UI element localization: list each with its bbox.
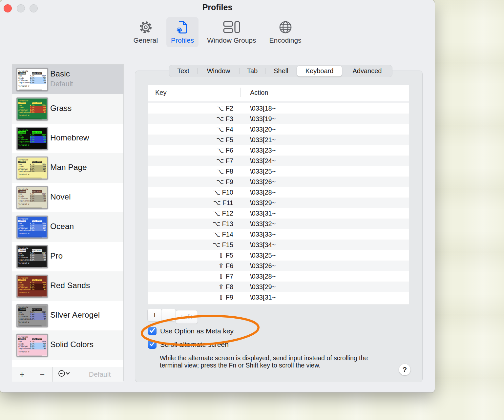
key-cell: ⌥ F12 [148,209,240,217]
profile-list-item[interactable]: Terminal#COMMAND%CPURPRVTtop4.1%231KXcod… [12,242,123,271]
toolbar-item-profiles[interactable]: Profiles [166,17,199,47]
table-row[interactable]: ⌥ F6\033[23~ [148,145,409,156]
profile-list-item[interactable]: Terminal#COMMAND%CPURPRVTtop4.1%231KXcod… [12,153,123,183]
table-row[interactable]: ⇧ F6\033[26~ [148,261,409,271]
key-cell: ⌥ F14 [148,230,240,238]
profile-list-item[interactable]: Terminal#COMMAND%CPURPRVTtop4.1%231KXcod… [12,212,123,242]
profile-list-item[interactable]: Terminal#COMMAND%CPURPRVTtop4.1%231KXcod… [12,124,123,153]
table-row[interactable]: ⌥ F7\033[24~ [148,156,409,166]
profile-thumbnail: Terminal#COMMAND%CPURPRVTtop4.1%231KXcod… [16,186,48,209]
thumb-header-text: Terminal# [18,336,46,338]
profile-list-item[interactable]: Terminal#COMMAND%CPURPRVTtop4.1%231KXcod… [12,330,123,360]
profile-list-item[interactable]: Terminal#COMMAND%CPURPRVTtop4.1%231KXcod… [12,65,123,94]
tab-shell[interactable]: Shell [265,65,297,77]
thumb-process-name: ATSServer [18,345,30,347]
thumb-process-row: Xcode1.4%78M [18,343,46,345]
thumb-prompt-text: Terminal # [18,85,46,87]
remove-profile-button[interactable]: − [32,367,53,382]
thumb-cpu-value: 1.4% [30,284,34,286]
table-row[interactable]: ⌥ F11\033[29~ [148,198,409,208]
thumb-process-values: 4.1%231K [30,340,46,343]
thumb-process-row: ATSServer0.0%13M [18,109,46,111]
tab-tab[interactable]: Tab [240,65,265,77]
thumb-mem-value: 4M [44,229,46,231]
remove-key-binding-button[interactable]: − [161,309,176,321]
table-row[interactable]: ⌥ F10\033[28~ [148,187,409,198]
table-row[interactable]: ⌥ F12\033[31~ [148,208,409,219]
column-divider [240,88,241,97]
add-key-binding-button[interactable]: + [147,309,162,321]
column-header-key[interactable]: Key [155,89,166,96]
add-profile-button[interactable]: + [12,367,32,382]
thumb-process-values: 1.4%78M [30,343,46,345]
thumb-mem-chip: RPRVT [36,249,42,252]
thumb-process-name: ATSServer [18,315,30,318]
profile-list-item[interactable]: Terminal#COMMAND%CPURPRVTtop4.1%231KXcod… [12,301,123,330]
tab-window[interactable]: Window [198,65,240,77]
table-row[interactable]: ⌥ F2\033[18~ [148,103,409,114]
thumb-cpu-value: 0.0% [30,197,34,200]
table-row[interactable]: ⌥ F13\033[32~ [148,219,409,229]
thumb-process-values: 1.4%78M [30,77,46,79]
table-row[interactable]: ⌥ F9\033[26~ [148,177,409,187]
table-row[interactable]: ⇧ F9\033[31~ [148,292,409,303]
thumb-header-text: Terminal# [18,188,46,190]
table-row[interactable]: ⇧ F5\033[25~ [148,250,409,261]
edit-key-binding-button[interactable]: Edit [176,310,198,324]
thumb-header-text: Terminal# [18,158,46,161]
table-row[interactable]: ⇧ F7\033[28~ [148,271,409,282]
thumb-cpu-value: 1.4% [30,254,34,256]
thumb-cpu-value: 0.0% [30,256,34,259]
tab-text[interactable]: Text [169,65,198,77]
screen: { "window": { "title": "Profiles" }, "to… [0,0,504,420]
profile-name: Basic [50,69,70,78]
thumb-header-text: Terminal# [18,218,46,220]
profile-actions-menu-button[interactable] [53,367,76,382]
thumb-process-row: top4.1%231K [18,311,46,313]
thumb-process-row: loginwindow0.0%4M [18,81,46,84]
table-row[interactable]: ⌥ F14\033[33~ [148,229,409,240]
help-button[interactable]: ? [399,364,410,375]
thumb-col-chips: %CPURPRVT [26,308,42,311]
tab-advanced[interactable]: Advanced [342,65,392,77]
profile-list-item[interactable]: Terminal#COMMAND%CPURPRVTtop4.1%231KXcod… [12,183,123,212]
profile-name: Solid Colors [50,340,94,349]
action-cell: \033[24~ [240,157,276,165]
action-cell: \033[28~ [240,189,276,196]
table-row[interactable]: ⇧ F8\033[29~ [148,282,409,292]
toolbar-label: General [133,36,158,44]
thumb-col-chips: %CPURPRVT [26,161,42,163]
table-row[interactable]: ⌥ F3\033[19~ [148,114,409,124]
toolbar-item-encodings[interactable]: Encodings [265,17,306,47]
thumb-process-row: ATSServer0.0%13M [18,197,46,200]
thumb-top-columns: COMMAND%CPURPRVT [18,308,46,311]
thumb-mem-chip: RPRVT [36,308,42,311]
profile-thumbnail: Terminal#COMMAND%CPURPRVTtop4.1%231KXcod… [16,334,48,357]
thumb-process-values: 4.1%231K [30,163,46,165]
table-row[interactable]: ⌥ F4\033[20~ [148,124,409,135]
thumb-reflection [19,89,42,91]
thumb-cpu-value: 4.1% [30,193,34,195]
use-option-as-meta-key-checkbox[interactable] [148,327,157,335]
profile-list-item[interactable]: Terminal#COMMAND%CPURPRVTtop4.1%231KXcod… [12,271,123,301]
scroll-alternate-screen-checkbox[interactable] [148,340,157,349]
thumb-process-row: top4.1%231K [18,340,46,343]
profiles-list: Terminal#COMMAND%CPURPRVTtop4.1%231KXcod… [12,65,123,360]
tab-keyboard[interactable]: Keyboard [297,65,342,77]
action-cell: \033[34~ [240,241,276,249]
toolbar-item-window-groups[interactable]: Window Groups [202,17,261,47]
thumb-process-values: 0.0%13M [30,109,46,111]
table-header: Key Action [148,85,409,101]
thumb-process-values: 1.4%78M [30,106,46,109]
column-header-action[interactable]: Action [250,89,268,96]
table-row[interactable]: ⌥ F5\033[21~ [148,135,409,145]
table-row[interactable]: ⌥ F15\033[34~ [148,240,409,250]
thumb-mem-value: 78M [43,313,46,315]
thumb-command-chip: COMMAND [18,131,26,134]
toolbar-item-general[interactable]: General [129,17,162,47]
set-default-button[interactable]: Default [76,367,123,382]
toolbar-label: Profiles [171,36,194,44]
key-cell: ⌥ F4 [148,125,240,133]
table-row[interactable]: ⌥ F8\033[25~ [148,166,409,177]
profile-list-item[interactable]: Terminal#COMMAND%CPURPRVTtop4.1%231KXcod… [12,94,123,124]
